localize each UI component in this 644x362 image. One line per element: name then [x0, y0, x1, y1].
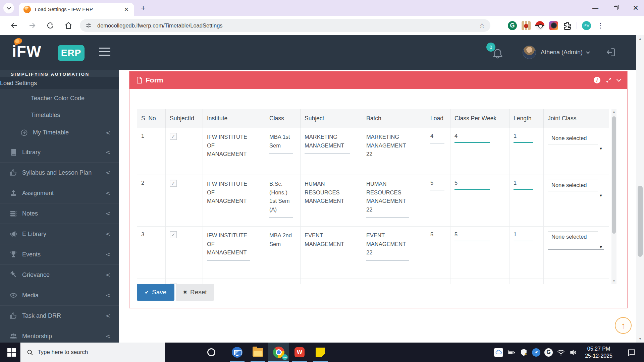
- class-per-week-input[interactable]: 5: [454, 180, 490, 190]
- sidebar-item-media[interactable]: Media<: [0, 285, 119, 306]
- tab-close-icon[interactable]: ✕: [123, 6, 129, 13]
- page-scrollbar-thumb[interactable]: [638, 186, 643, 257]
- app-logo[interactable]: iFW: [12, 42, 41, 60]
- subject-checkbox[interactable]: ✓: [170, 133, 177, 140]
- new-tab-button[interactable]: +: [141, 3, 146, 13]
- site-settings-icon[interactable]: [85, 22, 92, 29]
- dropdown-caret-icon[interactable]: ▼: [548, 144, 604, 151]
- divider: [577, 22, 577, 29]
- class-per-week-input[interactable]: 5: [454, 231, 490, 241]
- class-cell: B.Sc. (Hons.) 1st Sem (A): [265, 175, 301, 227]
- back-button[interactable]: [10, 21, 18, 29]
- check-icon: ✔: [145, 289, 149, 295]
- action-center-icon[interactable]: [627, 348, 636, 357]
- save-button[interactable]: ✔Save: [137, 284, 174, 301]
- sidebar-item-library[interactable]: Library<: [0, 142, 119, 163]
- grammarly-icon[interactable]: G: [508, 21, 517, 30]
- minimize-button[interactable]: —: [590, 5, 600, 12]
- joint-class-dropdown[interactable]: None selected: [548, 133, 598, 144]
- page-scrollbar[interactable]: ▲ ▼: [636, 35, 644, 343]
- address-bar[interactable]: democollegedb.ifwerp.com/Timetable/LoadS…: [80, 19, 490, 32]
- sidebar-item-assignment[interactable]: Assignment<: [0, 183, 119, 203]
- load-value: 5: [430, 231, 444, 242]
- taskbar-wps-icon[interactable]: W: [289, 343, 310, 362]
- grammarly-tray-icon[interactable]: G: [544, 348, 553, 357]
- subject-checkbox[interactable]: ✓: [170, 180, 177, 187]
- load-cell: [426, 279, 450, 284]
- trophy-icon: [9, 250, 17, 258]
- close-button[interactable]: ✕: [631, 4, 641, 12]
- joint-class-dropdown[interactable]: None selected: [548, 231, 598, 243]
- tab-list-button[interactable]: [3, 3, 14, 13]
- camera-icon[interactable]: [549, 21, 558, 30]
- home-button[interactable]: [64, 21, 72, 29]
- sidebar-item-my-timetable[interactable]: My Timetable<: [0, 123, 119, 142]
- logout-button[interactable]: [605, 47, 616, 58]
- sidebar-item-e-library[interactable]: E Library<: [0, 224, 119, 244]
- length-input[interactable]: 1: [514, 180, 533, 190]
- extensions-puzzle-icon[interactable]: [563, 21, 572, 30]
- start-button[interactable]: [7, 348, 16, 357]
- battery-icon[interactable]: [507, 348, 516, 357]
- scroll-up-icon[interactable]: ▲: [636, 37, 644, 41]
- bookmark-star-icon[interactable]: ☆: [479, 21, 485, 29]
- class-per-week-cell: 4: [450, 128, 509, 175]
- dropdown-caret-icon[interactable]: ▼: [548, 191, 604, 198]
- pokeball-icon[interactable]: [535, 21, 544, 30]
- sidebar-item-grievance[interactable]: Grievance<: [0, 265, 119, 285]
- sidebar-item-notes[interactable]: Notes<: [0, 203, 119, 224]
- column-header-s-no-: S. No.: [137, 109, 166, 128]
- security-shield-icon[interactable]: [520, 348, 528, 357]
- sidebar-item-syllabus-and-lesson-plan[interactable]: Syllabus and Lesson Plan<: [0, 163, 119, 183]
- subject-value: HUMAN RESOURCES MANAGEMENT: [305, 180, 350, 209]
- sidebar-item-timetables[interactable]: Timetables: [0, 107, 119, 123]
- taskbar-search[interactable]: Type here to search: [20, 343, 165, 362]
- column-header-class: Class: [265, 109, 301, 128]
- volume-icon[interactable]: [569, 348, 578, 357]
- taskbar-monitor-icon[interactable]: [227, 343, 248, 362]
- users-icon: [9, 332, 17, 340]
- expand-icon[interactable]: [606, 77, 612, 83]
- collapse-chevron-icon[interactable]: [616, 77, 621, 81]
- cortana-icon[interactable]: [207, 348, 215, 356]
- info-icon[interactable]: i: [594, 77, 600, 83]
- avatar[interactable]: [523, 46, 536, 59]
- ifw-erp-icon[interactable]: iFW: [582, 21, 591, 30]
- telegram-icon[interactable]: [532, 348, 540, 357]
- reset-button[interactable]: ✖Reset: [176, 284, 214, 301]
- chrome-menu-icon[interactable]: ⋮: [597, 21, 604, 29]
- length-input[interactable]: 1: [514, 231, 533, 241]
- sidebar-item-load-settings[interactable]: Load Settings: [0, 77, 119, 90]
- scroll-up-icon[interactable]: ▲: [611, 110, 616, 113]
- user-menu[interactable]: Athena (Admin): [541, 49, 583, 56]
- cloud-icon[interactable]: [494, 348, 503, 357]
- cricket-icon[interactable]: [522, 21, 531, 30]
- forward-button[interactable]: [28, 21, 36, 29]
- browser-tab[interactable]: Load Settings - IFW ERP ✕: [19, 3, 134, 16]
- length-input[interactable]: 1: [514, 133, 533, 143]
- taskbar-chrome-icon[interactable]: iFW: [268, 343, 289, 362]
- notifications-button[interactable]: 0: [490, 45, 504, 60]
- wifi-icon[interactable]: [557, 348, 565, 357]
- dropdown-caret-icon[interactable]: ▼: [548, 243, 604, 250]
- taskbar-file-explorer-icon[interactable]: [248, 343, 268, 362]
- taskbar-clock[interactable]: 05:27 PM 25-12-2025: [585, 345, 612, 359]
- scroll-down-icon[interactable]: ▼: [636, 337, 644, 341]
- sno-cell: 3: [137, 227, 166, 279]
- class-per-week-input[interactable]: 4: [454, 133, 490, 143]
- reload-button[interactable]: [46, 21, 54, 29]
- sidebar-item-events[interactable]: Events<: [0, 244, 119, 265]
- scroll-down-icon[interactable]: ▼: [611, 280, 616, 283]
- sidebar-item-mentorship[interactable]: Mentorship<: [0, 326, 119, 343]
- sidebar-toggle-icon[interactable]: [99, 48, 110, 58]
- taskbar-sticky-notes-icon[interactable]: [310, 343, 331, 362]
- joint-class-dropdown[interactable]: None selected: [548, 180, 598, 191]
- sidebar-item-task-and-drr[interactable]: Task and DRR<: [0, 306, 119, 326]
- subject-checkbox[interactable]: ✓: [170, 231, 177, 238]
- restore-button[interactable]: [610, 5, 621, 12]
- table-scrollbar-thumb[interactable]: [612, 116, 616, 234]
- chevron-left-icon: <: [106, 149, 110, 156]
- table-scrollbar[interactable]: ▲ ▼: [611, 109, 616, 284]
- sidebar-item-teacher-color-code[interactable]: Teacher Color Code: [0, 90, 119, 107]
- scroll-to-top-button[interactable]: ↑: [615, 317, 632, 334]
